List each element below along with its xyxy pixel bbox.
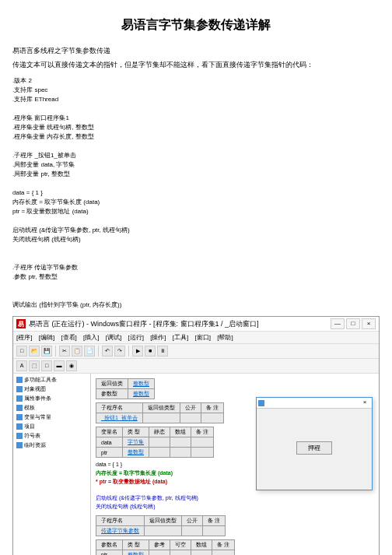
menu-edit[interactable]: [编辑] xyxy=(39,334,54,341)
tool-paste[interactable]: 📄 xyxy=(84,346,95,357)
tree-item[interactable]: 对象视图 xyxy=(15,385,89,394)
program-popup: × 押程 xyxy=(256,397,373,490)
intro-2: 传递文本可以直接传递文本的指针，但是字节集却不能这样，看下面直接传递字节集指针的… xyxy=(12,60,380,71)
tool-e[interactable]: ◉ xyxy=(66,360,77,371)
app-icon: 易 xyxy=(16,319,26,328)
tree-item[interactable]: 符号表 xyxy=(15,431,89,441)
ide-window: 易 易语言 (正在运行) - Windows窗口程序 - [程序集: 窗口程序集… xyxy=(12,316,380,555)
param-table: 参数名 类 型 参考 可空 数组 备 注 ptr整数型 xyxy=(96,539,235,555)
tool-new[interactable]: □ xyxy=(16,346,27,357)
menu-window[interactable]: [窗口] xyxy=(195,334,211,341)
tree-item[interactable]: 临时资源 xyxy=(15,441,89,450)
window-title: 易语言 (正在运行) - Windows窗口程序 - [程序集: 窗口程序集1 … xyxy=(29,319,331,329)
menu-program[interactable]: [程序] xyxy=(16,334,32,341)
toolbar-2: A ⬚ □ ▬ ◉ xyxy=(13,359,379,374)
code-block-1: .版本 2 .支持库 spec .支持库 EThread .程序集 窗口程序集1… xyxy=(12,76,380,310)
ide-titlebar: 易 易语言 (正在运行) - Windows窗口程序 - [程序集: 窗口程序集… xyxy=(13,317,379,332)
left-panel: 多功能工具条 对象视图 属性事件条 模板 变量与常量 项目 符号表 临时资源 xyxy=(13,374,91,555)
minimize-button[interactable]: — xyxy=(331,318,345,329)
tool-a[interactable]: A xyxy=(16,360,27,371)
tree-item[interactable]: 变量与常量 xyxy=(15,413,89,422)
close-button[interactable]: × xyxy=(362,318,376,329)
page-title: 易语言字节集参数传递详解 xyxy=(12,17,380,33)
code-line: 启动线程 (&传递字节集参数, ptr, 线程句柄) xyxy=(96,494,374,502)
menu-run[interactable]: [运行] xyxy=(128,334,143,341)
tool-pause[interactable]: ⏸ xyxy=(157,346,168,357)
menu-tools[interactable]: [工具] xyxy=(173,334,188,341)
tool-cut[interactable]: ✂ xyxy=(59,346,70,357)
popup-close-button[interactable]: × xyxy=(359,399,370,408)
popup-button[interactable]: 押程 xyxy=(296,441,332,455)
menubar: [程序] [编辑] [查看] [插入] [调试] [运行] [操作] [工具] … xyxy=(13,332,379,344)
folder-icon xyxy=(16,414,23,420)
tree-item[interactable]: 项目 xyxy=(15,422,89,431)
tool-c[interactable]: □ xyxy=(41,360,52,371)
toolbar-1: □ 📂 💾 ✂ 📋 📄 ↶ ↷ ▶ ■ ⏸ xyxy=(13,344,379,359)
sub-header-table: 子程序名 返回值类型 公开 备 注 _按钮1_被单击 xyxy=(96,402,224,423)
tool-copy[interactable]: 📋 xyxy=(72,346,82,357)
tool-save[interactable]: 💾 xyxy=(41,346,52,357)
folder-icon xyxy=(16,377,23,383)
sub2-header-table: 子程序名 返回值类型 公开 备 注 传递字节集参数 xyxy=(96,515,226,536)
tree-item[interactable]: 多功能工具条 xyxy=(15,375,89,385)
tool-open[interactable]: 📂 xyxy=(29,346,40,357)
popup-icon xyxy=(258,400,264,406)
tool-d[interactable]: ▬ xyxy=(54,360,65,371)
menu-insert[interactable]: [插入] xyxy=(83,334,99,341)
tool-redo[interactable]: ↷ xyxy=(114,346,125,357)
folder-icon xyxy=(16,442,23,448)
maximize-button[interactable]: □ xyxy=(346,318,360,329)
tool-run[interactable]: ▶ xyxy=(132,346,143,357)
intro-1: 易语言多线程之字节集参数传递 xyxy=(12,46,380,57)
tool-stop[interactable]: ■ xyxy=(145,346,156,357)
code-editor[interactable]: 返回值类整数型 参数型整数型 子程序名 返回值类型 公开 备 注 _按钮1_被单… xyxy=(91,374,379,555)
code-line: 关闭线程句柄 (线程句柄) xyxy=(96,503,374,511)
tool-undo[interactable]: ↶ xyxy=(102,346,113,357)
folder-icon xyxy=(16,395,23,402)
menu-operation[interactable]: [操作] xyxy=(150,334,166,341)
var-table: 变量名 类 型 静态 数组 备 注 data字节集 ptr整数型 xyxy=(96,427,214,458)
menu-debug[interactable]: [调试] xyxy=(106,334,121,341)
menu-view[interactable]: [查看] xyxy=(61,334,76,341)
folder-icon xyxy=(16,433,23,439)
folder-icon xyxy=(16,423,23,430)
tool-b[interactable]: ⬚ xyxy=(29,360,40,371)
ret-type-table: 返回值类整数型 参数型整数型 xyxy=(96,378,155,399)
folder-icon xyxy=(16,386,23,392)
menu-help[interactable]: [帮助] xyxy=(217,334,233,341)
tree-item[interactable]: 模板 xyxy=(15,403,89,413)
tree-item[interactable]: 属性事件条 xyxy=(15,394,89,403)
folder-icon xyxy=(16,405,23,411)
